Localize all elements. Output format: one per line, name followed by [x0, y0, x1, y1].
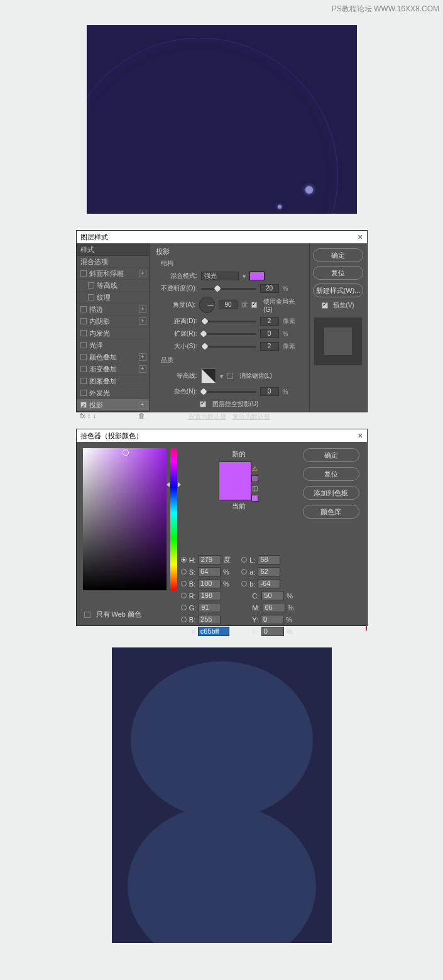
antialias-label: 消除锯齿(L)	[239, 372, 272, 380]
style-satin[interactable]: 光泽	[77, 339, 149, 351]
plus-icon[interactable]: +	[139, 306, 146, 313]
subsection-structure: 结构	[161, 259, 303, 268]
style-color-overlay[interactable]: 颜色叠加+	[77, 351, 149, 363]
angle-value[interactable]: 90	[219, 300, 237, 309]
antialias-checkbox[interactable]	[227, 373, 233, 379]
radio-h[interactable]	[181, 557, 187, 563]
blend-mode-select[interactable]: 强光	[201, 272, 239, 280]
input-b[interactable]: 100	[198, 579, 221, 588]
color-lib-button[interactable]: 颜色库	[303, 505, 359, 519]
radio-a[interactable]	[241, 569, 247, 575]
style-inner-shadow[interactable]: 内阴影+	[77, 316, 149, 328]
hue-slider[interactable]	[170, 448, 177, 590]
color-picker-dialog: 拾色器（投影颜色） × 新的 ⚠ ◫	[76, 429, 368, 626]
picker-ok-button[interactable]: 确定	[303, 448, 359, 462]
close-icon[interactable]: ×	[358, 231, 363, 243]
cancel-button[interactable]: 复位	[313, 266, 363, 280]
input-r[interactable]: 198	[199, 591, 221, 600]
new-current-swatch[interactable]	[219, 461, 251, 500]
radio-b2[interactable]	[241, 581, 247, 586]
picker-title: 拾色器（投影颜色）	[80, 429, 143, 442]
glow-dot-small	[278, 205, 282, 209]
input-m[interactable]: 66	[263, 603, 285, 612]
opacity-value[interactable]: 20	[260, 284, 279, 293]
distance-slider[interactable]	[201, 321, 256, 322]
radio-b[interactable]	[181, 581, 187, 586]
distance-label: 距离(D):	[156, 317, 197, 326]
shadow-color-swatch[interactable]	[249, 272, 265, 280]
input-c[interactable]: 50	[261, 591, 284, 600]
websafe-swatch[interactable]	[251, 495, 258, 502]
picker-titlebar[interactable]: 拾色器（投影颜色） ×	[77, 429, 367, 442]
style-stroke[interactable]: 描边+	[77, 304, 149, 316]
radio-r[interactable]	[181, 593, 187, 598]
input-bb[interactable]: 255	[198, 615, 221, 624]
style-preview	[314, 317, 362, 365]
contour-picker[interactable]	[201, 368, 216, 383]
style-contour-sub[interactable]: 等高线	[77, 280, 149, 292]
make-default-link[interactable]: 设置为默认值	[189, 412, 226, 421]
noise-slider[interactable]	[201, 391, 256, 393]
input-b2[interactable]: -64	[258, 579, 280, 588]
style-gradient-overlay[interactable]: 渐变叠加+	[77, 363, 149, 375]
input-h[interactable]: 279	[199, 555, 221, 564]
style-inner-glow[interactable]: 内发光	[77, 328, 149, 339]
styles-column: 样式 混合选项 斜面和浮雕+ 等高线 纹理 描边+ 内阴影+ 内发光 光泽 颜色…	[77, 243, 150, 412]
color-cursor[interactable]	[123, 449, 129, 456]
gamut-warning-icon[interactable]: ⚠	[251, 465, 259, 473]
style-drop-shadow[interactable]: 投影+	[77, 399, 149, 411]
size-slider[interactable]	[201, 346, 256, 348]
websafe-warning-icon[interactable]: ◫	[251, 485, 259, 492]
new-style-button[interactable]: 新建样式(W)...	[313, 284, 363, 297]
preview-checkbox[interactable]	[322, 302, 328, 309]
knockout-checkbox[interactable]	[200, 401, 206, 407]
input-y[interactable]: 0	[261, 615, 283, 624]
radio-g[interactable]	[181, 605, 187, 610]
style-texture-sub[interactable]: 纹理	[77, 292, 149, 304]
plus-icon[interactable]: +	[139, 401, 146, 409]
input-hex[interactable]: c65bff	[198, 627, 229, 636]
style-pattern-overlay[interactable]: 图案叠加	[77, 375, 149, 387]
watermark: PS教程论坛 WWW.16XX8.COM	[332, 4, 439, 14]
plus-icon[interactable]: +	[139, 353, 146, 361]
gamut-swatch[interactable]	[251, 475, 258, 482]
style-outer-glow[interactable]: 外发光	[77, 387, 149, 399]
input-k[interactable]: 0	[261, 627, 284, 636]
opacity-slider[interactable]	[201, 288, 256, 290]
ok-button[interactable]: 确定	[313, 248, 363, 262]
styles-footer: fx ↕ ↓ 🗑	[77, 411, 149, 419]
opacity-label: 不透明度(O):	[156, 284, 197, 293]
canvas-preview-top	[87, 25, 357, 214]
web-only-checkbox[interactable]	[84, 612, 90, 618]
radio-bb[interactable]	[181, 617, 187, 622]
spread-slider[interactable]	[201, 333, 256, 335]
close-icon[interactable]: ×	[358, 429, 363, 442]
noise-value[interactable]: 0	[260, 387, 279, 396]
size-label: 大小(S):	[156, 342, 197, 351]
picker-cancel-button[interactable]: 复位	[303, 467, 359, 481]
input-g[interactable]: 91	[199, 603, 221, 612]
plus-icon[interactable]: +	[139, 365, 146, 373]
style-bevel[interactable]: 斜面和浮雕+	[77, 268, 149, 280]
angle-dial[interactable]	[199, 297, 215, 313]
style-blend-options[interactable]: 混合选项	[77, 256, 149, 268]
input-s[interactable]: 64	[198, 567, 221, 576]
web-only-label: 只有 Web 颜色	[96, 610, 142, 619]
dialog-titlebar[interactable]: 图层样式 ×	[77, 231, 367, 243]
spread-value[interactable]: 0	[260, 329, 279, 338]
plus-icon[interactable]: +	[139, 270, 146, 277]
distance-value[interactable]: 2	[260, 317, 279, 326]
size-value[interactable]: 2	[260, 342, 279, 351]
current-label: 当前	[232, 502, 246, 511]
radio-s[interactable]	[181, 569, 187, 575]
global-light-checkbox[interactable]	[251, 302, 258, 308]
trash-icon[interactable]: 🗑	[138, 412, 145, 419]
input-a[interactable]: 62	[258, 567, 280, 576]
radio-l[interactable]	[241, 557, 247, 563]
reset-default-link[interactable]: 复位为默认值	[232, 412, 270, 421]
fx-icon[interactable]: fx ↕ ↓	[80, 412, 97, 419]
saturation-value-field[interactable]	[83, 448, 167, 590]
plus-icon[interactable]: +	[139, 317, 146, 325]
input-l[interactable]: 58	[258, 555, 280, 564]
add-swatch-button[interactable]: 添加到色板	[303, 486, 359, 500]
